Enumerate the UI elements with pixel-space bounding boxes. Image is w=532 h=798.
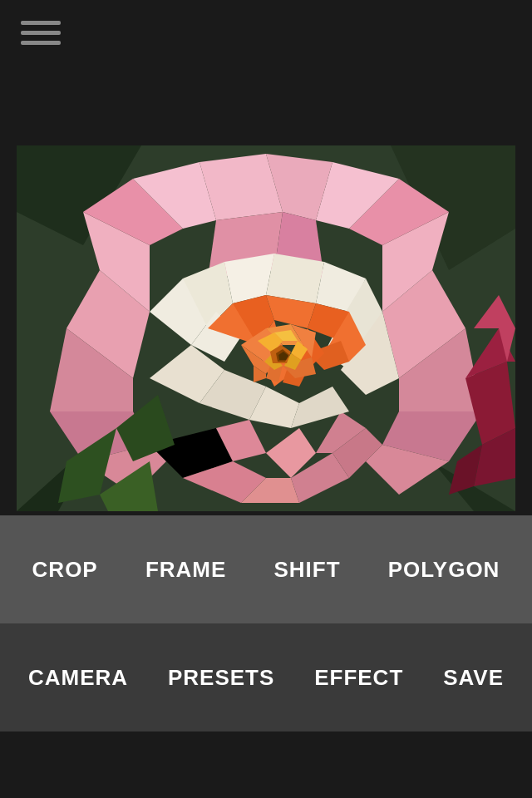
effect-button[interactable]: EFFECT (302, 657, 416, 699)
action-bar: CAMERA PRESETS EFFECT SAVE (0, 623, 532, 732)
crop-tool[interactable]: CROP (20, 549, 111, 591)
menu-icon[interactable] (17, 17, 65, 49)
camera-button[interactable]: CAMERA (16, 657, 140, 699)
save-button[interactable]: SAVE (431, 657, 516, 699)
header (0, 0, 532, 141)
polygon-tool[interactable]: POLYGON (376, 549, 513, 591)
presets-button[interactable]: PRESETS (155, 657, 287, 699)
frame-tool[interactable]: FRAME (133, 549, 239, 591)
flower-canvas (17, 145, 515, 511)
flower-svg (17, 145, 515, 511)
menu-line-1 (21, 21, 61, 25)
shift-tool[interactable]: SHIFT (261, 549, 352, 591)
svg-marker-34 (266, 254, 324, 303)
tool-bar: CROP FRAME SHIFT POLYGON (0, 515, 532, 623)
menu-line-3 (21, 41, 61, 45)
menu-line-2 (21, 31, 61, 35)
image-container (0, 141, 532, 515)
